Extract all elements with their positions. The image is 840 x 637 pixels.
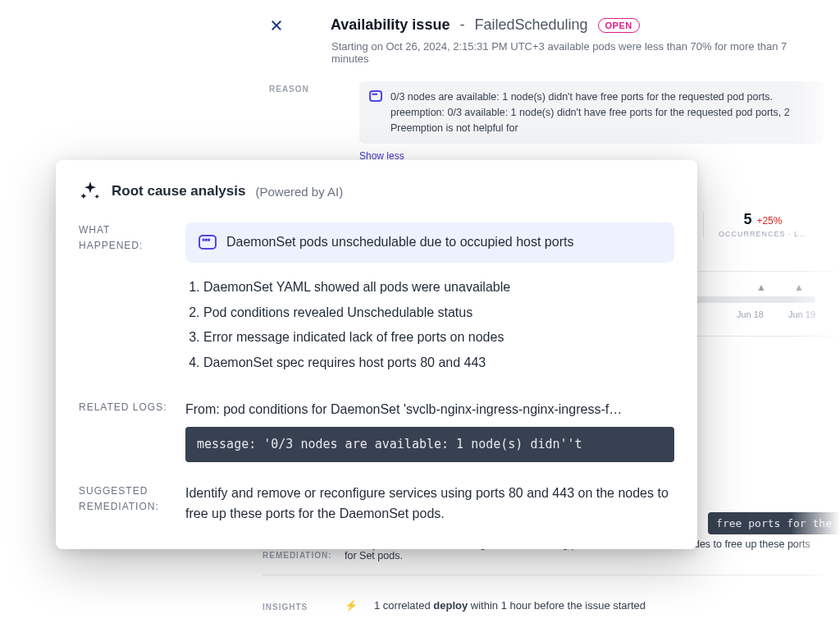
steps-list: DaemonSet YAML showed all pods were unav… bbox=[185, 277, 674, 373]
summary-text: DaemonSet pods unschedulable due to occu… bbox=[226, 232, 573, 253]
stat-number: 5 bbox=[744, 211, 752, 227]
reason-label: REASON bbox=[269, 81, 343, 144]
rca-subtitle: (Powered by AI) bbox=[255, 185, 343, 199]
list-item: DaemonSet YAML showed all pods were unav… bbox=[203, 277, 674, 298]
rca-card: Root cause analysis (Powered by AI) WHAT… bbox=[56, 160, 697, 549]
what-happened-label: WHAT HAPPENED: bbox=[79, 222, 169, 378]
close-icon[interactable] bbox=[269, 18, 284, 33]
insights-row: INSIGHTS ⚡ 1 correlated deploy within 1 … bbox=[262, 599, 824, 612]
issue-title: Availability issue bbox=[331, 16, 450, 34]
timeline-warning-icon: ▲ bbox=[756, 282, 766, 293]
list-item: DaemonSet spec requires host ports 80 an… bbox=[203, 353, 674, 373]
reason-row: REASON 0/3 nodes are available: 1 node(s… bbox=[246, 65, 840, 144]
stat-label: OCCURRENCES · L… bbox=[719, 230, 807, 238]
sparkle-icon bbox=[79, 180, 102, 203]
related-logs-label: RELATED LOGS: bbox=[79, 400, 169, 462]
rca-title: Root cause analysis bbox=[112, 183, 245, 199]
issue-subtitle: FailedScheduling bbox=[474, 16, 587, 34]
background-code-snippet: free ports for the bbox=[708, 512, 840, 534]
remediation-row: SUGGESTED REMEDIATION: Identify and remo… bbox=[79, 483, 674, 525]
stat-delta: +25% bbox=[756, 215, 782, 227]
insights-label: INSIGHTS bbox=[262, 599, 328, 612]
rca-header: Root cause analysis (Powered by AI) bbox=[79, 180, 674, 203]
occurrences-stat: 5 +25% OCCURRENCES · L… bbox=[719, 211, 807, 238]
remediation-text: Identify and remove or reconfigure servi… bbox=[185, 483, 674, 525]
remediation-label: SUGGESTED REMEDIATION: bbox=[79, 483, 169, 525]
drawer-header: Availability issue - FailedScheduling OP… bbox=[246, 16, 840, 34]
message-icon bbox=[199, 235, 217, 250]
show-less-link[interactable]: Show less bbox=[246, 144, 840, 162]
issue-sep: - bbox=[459, 16, 464, 34]
reason-text: 0/3 nodes are available: 1 node(s) didn'… bbox=[390, 89, 814, 135]
insights-text: 1 correlated deploy within 1 hour before… bbox=[374, 599, 646, 612]
timeline-warning-icon: ▲ bbox=[794, 282, 804, 293]
issue-meta: Starting on Oct 26, 2024, 2:15:31 PM UTC… bbox=[246, 34, 840, 65]
log-code-block[interactable]: message: '0/3 nodes are available: 1 nod… bbox=[185, 427, 674, 462]
status-badge: OPEN bbox=[598, 18, 640, 33]
what-happened-row: WHAT HAPPENED: DaemonSet pods unschedula… bbox=[79, 222, 674, 378]
list-item: Pod conditions revealed Unschedulable st… bbox=[203, 303, 674, 323]
reason-box: 0/3 nodes are available: 1 node(s) didn'… bbox=[359, 81, 824, 144]
related-logs-row: RELATED LOGS: From: pod conditions for D… bbox=[79, 400, 674, 462]
timeline-date: Jun 18 bbox=[737, 309, 764, 319]
bolt-icon: ⚡ bbox=[345, 599, 358, 612]
logs-from-text: From: pod conditions for DaemonSet 'svcl… bbox=[185, 400, 674, 420]
timeline-date: Jun 19 bbox=[788, 309, 815, 319]
list-item: Error message indicated lack of free por… bbox=[203, 328, 674, 348]
summary-box: DaemonSet pods unschedulable due to occu… bbox=[185, 222, 674, 263]
message-icon bbox=[369, 90, 382, 102]
